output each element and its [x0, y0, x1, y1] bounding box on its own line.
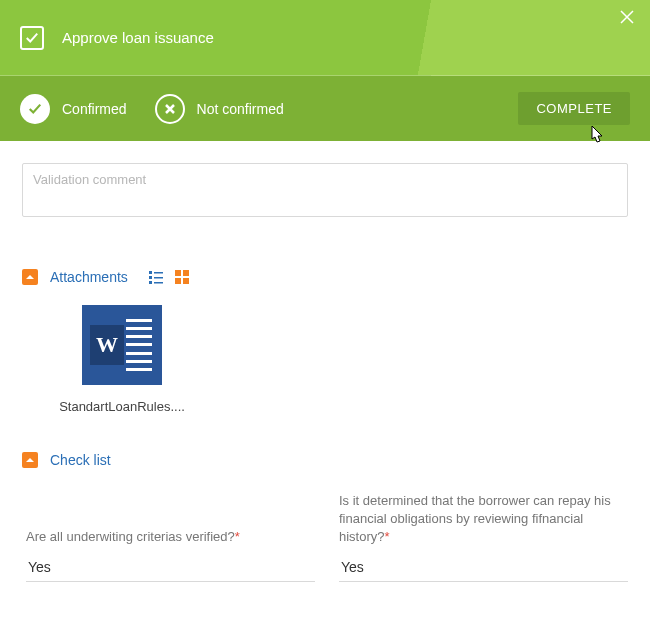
status-group: Confirmed Not confirmed: [20, 94, 518, 124]
checklist-field: Are all underwiting criterias verified?*…: [26, 528, 315, 581]
checklist-section: Check list Are all underwiting criterias…: [22, 452, 628, 582]
attachment-name: StandartLoanRules....: [52, 399, 192, 414]
svg-rect-7: [183, 270, 189, 276]
status-not-confirmed[interactable]: Not confirmed: [155, 94, 284, 124]
attachments-title: Attachments: [50, 269, 128, 285]
dialog-title: Approve loan issuance: [62, 29, 214, 46]
svg-rect-1: [154, 272, 163, 274]
action-bar: Confirmed Not confirmed COMPLETE: [0, 76, 650, 141]
svg-rect-9: [183, 278, 189, 284]
svg-rect-0: [149, 271, 152, 274]
status-not-confirmed-label: Not confirmed: [197, 101, 284, 117]
collapse-toggle[interactable]: [22, 452, 38, 468]
svg-rect-6: [175, 270, 181, 276]
field-label: Is it determined that the borrower can r…: [339, 492, 628, 547]
x-icon: [155, 94, 185, 124]
list-view-icon[interactable]: [148, 269, 164, 285]
field-value[interactable]: Yes: [339, 555, 628, 582]
word-doc-icon: W: [82, 305, 162, 385]
approve-task-icon: [20, 26, 44, 50]
svg-rect-3: [154, 277, 163, 279]
status-confirmed-label: Confirmed: [62, 101, 127, 117]
svg-rect-5: [154, 282, 163, 284]
validation-comment-input[interactable]: [22, 163, 628, 217]
dialog-body: Attachments: [0, 141, 650, 620]
field-value[interactable]: Yes: [26, 555, 315, 582]
checklist-title: Check list: [50, 452, 111, 468]
checklist-header: Check list: [22, 452, 628, 468]
complete-button[interactable]: COMPLETE: [518, 92, 630, 125]
svg-rect-2: [149, 276, 152, 279]
grid-view-icon[interactable]: [174, 269, 190, 285]
checklist-field: Is it determined that the borrower can r…: [339, 492, 628, 582]
dialog-header: Approve loan issuance: [0, 0, 650, 76]
svg-rect-8: [175, 278, 181, 284]
status-confirmed[interactable]: Confirmed: [20, 94, 127, 124]
svg-rect-4: [149, 281, 152, 284]
attachments-header: Attachments: [22, 269, 628, 285]
field-label: Are all underwiting criterias verified?*: [26, 528, 315, 546]
check-icon: [20, 94, 50, 124]
attachments-body: W StandartLoanRules....: [22, 285, 628, 414]
checklist-body: Are all underwiting criterias verified?*…: [22, 468, 628, 582]
attachment-item[interactable]: W StandartLoanRules....: [52, 305, 192, 414]
attachments-section: Attachments: [22, 269, 628, 414]
collapse-toggle[interactable]: [22, 269, 38, 285]
view-toggles: [148, 269, 190, 285]
close-button[interactable]: [620, 10, 634, 28]
